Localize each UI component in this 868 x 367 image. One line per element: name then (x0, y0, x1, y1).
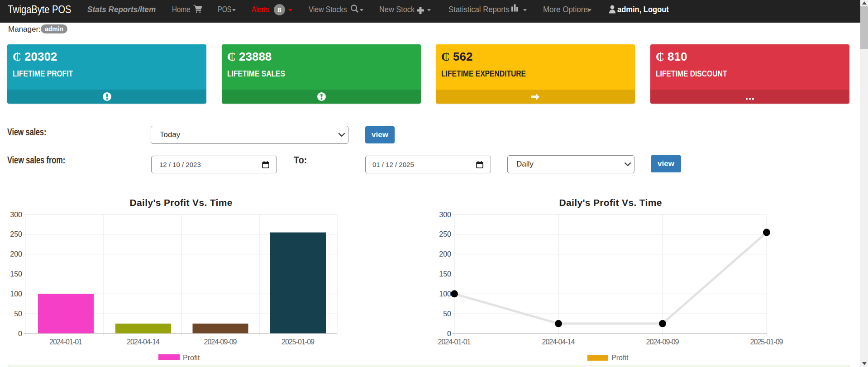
svg-text:2025-01-09: 2025-01-09 (281, 338, 315, 346)
svg-text:2024-09-09: 2024-09-09 (646, 338, 679, 346)
svg-text:150: 150 (10, 270, 22, 278)
svg-text:150: 150 (439, 270, 451, 278)
svg-text:2024-04-14: 2024-04-14 (127, 338, 160, 346)
svg-text:2025-01-09: 2025-01-09 (750, 338, 783, 346)
svg-text:100: 100 (439, 290, 451, 298)
svg-text:2024-09-09: 2024-09-09 (204, 338, 237, 346)
svg-text:Profit: Profit (183, 354, 200, 362)
svg-text:Daily's Profit Vs. Time: Daily's Profit Vs. Time (559, 197, 662, 208)
svg-text:Profit: Profit (611, 354, 629, 362)
svg-text:0: 0 (447, 330, 451, 338)
svg-text:2024-04-14: 2024-04-14 (542, 338, 575, 346)
svg-text:200: 200 (439, 250, 451, 258)
svg-text:50: 50 (443, 310, 451, 318)
svg-text:100: 100 (10, 290, 22, 298)
svg-text:0: 0 (18, 330, 22, 338)
svg-text:300: 300 (10, 211, 22, 219)
svg-text:300: 300 (439, 211, 451, 219)
svg-text:250: 250 (10, 230, 22, 238)
svg-text:250: 250 (439, 230, 451, 238)
svg-text:50: 50 (14, 310, 22, 318)
svg-text:200: 200 (10, 250, 22, 258)
svg-text:2024-01-01: 2024-01-01 (49, 338, 82, 346)
svg-text:2024-01-01: 2024-01-01 (438, 338, 471, 346)
svg-text:Daily's Profit Vs. Time: Daily's Profit Vs. Time (130, 197, 233, 208)
